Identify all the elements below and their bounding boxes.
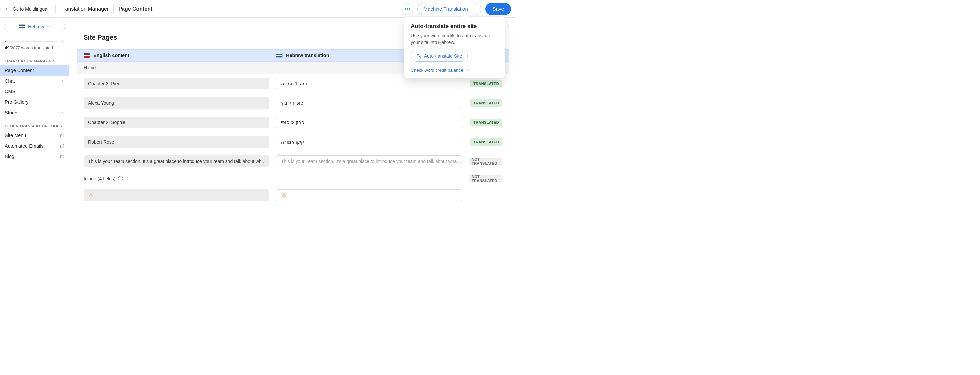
progress-box: 49/2877 words translated [0,36,69,54]
table-row: This is your Team section. It's a great … [77,151,509,171]
source-image [84,189,269,201]
sidebar-item-page-content[interactable]: Page Content [0,65,69,76]
source-text: Robert Rose [84,136,269,148]
back-link[interactable]: Go to Multilingual [3,5,51,13]
divider [113,5,114,13]
status-badge: NOT TRANSLATED [469,175,502,182]
info-icon[interactable]: i [118,176,123,181]
col-source-label: English content [94,53,129,58]
col-source: English content [77,49,269,61]
avatar-icon [281,192,287,199]
sidebar-item-label: Blog [5,154,14,159]
chevron-down-icon [46,25,50,29]
save-button[interactable]: Save [485,3,511,15]
chevron-right-icon [60,39,64,43]
panel-title: Site Pages [84,34,117,41]
arrow-left-icon [5,6,10,11]
chevron-down-icon [471,7,475,11]
popover-title: Auto-translate entire site [411,23,498,30]
sidebar-item-cms[interactable]: CMS [0,86,69,97]
translation-input[interactable]: קיקו אמורה [276,136,462,148]
sidebar-item-label: Page Content [5,68,34,73]
sidebar-item-site-menu[interactable]: Site Menu [0,130,69,141]
source-text: Chapter 2: Sophie [84,116,269,129]
table-row: Chapter 2: Sophie פרק 2: סופי TRANSLATED [77,113,509,132]
check-credit-label: Check word credit balance [411,68,463,73]
sidebar-item-label: Pro Gallery [5,99,29,105]
status-badge: TRANSLATED [470,138,502,146]
us-flag-icon [84,53,90,58]
table-row: Robert Rose קיקו אמורה TRANSLATED [77,132,509,151]
machine-translation-button[interactable]: Machine Translation [417,3,481,15]
sidebar-heading-other-tools: OTHER TRANSLATION TOOLS [0,119,69,130]
image-group-header: Image (4 fields) i NOT TRANSLATED [77,171,509,186]
sidebar-item-label: CMS [5,89,15,94]
check-credit-link[interactable]: Check word credit balance [411,68,498,73]
back-label: Go to Multilingual [13,6,48,11]
chevron-right-icon [60,79,64,83]
sidebar-item-label: Site Menu [5,133,26,138]
svg-point-1 [407,8,408,10]
status-badge: TRANSLATED [470,99,502,106]
image-group-label: Image (4 fields) [84,176,115,181]
sidebar-heading-translation-manager: TRANSLATION MANAGER [0,54,69,65]
translation-input[interactable]: פרק 2: סופי [276,116,462,129]
external-link-icon [60,154,64,159]
language-selector-row: Hebrew [0,18,69,36]
sidebar-item-label: Automated Emails [5,143,44,149]
main: Site Pages All pages English content [69,18,516,215]
breadcrumb: Go to Multilingual Translation Manager P… [3,5,152,13]
layout: Hebrew 49/2877 words translated TRANSLAT… [0,18,516,215]
machine-translation-label: Machine Translation [424,6,468,11]
image-group-label-wrap: Image (4 fields) i [84,176,269,181]
language-selector[interactable]: Hebrew [4,21,65,32]
sidebar-item-automated-emails[interactable]: Automated Emails [0,141,69,151]
source-text: Alexa Young [84,97,269,109]
translation-image[interactable] [276,189,462,201]
crumb-page-content: Page Content [118,6,152,12]
auto-translate-site-button[interactable]: Auto-translate Site [411,51,468,62]
table-row: Alexa Young סופי וולוביץ' TRANSLATED [77,93,509,113]
chevron-right-icon [60,111,64,114]
svg-point-2 [409,8,410,10]
status-badge: TRANSLATED [470,80,502,87]
words-total: /2877 words translated [9,45,53,50]
avatar-icon [88,192,94,199]
translate-icon [416,54,421,59]
israel-flag-icon [19,24,25,29]
save-label: Save [493,6,504,11]
source-text: This is your Team section. It's a great … [84,156,269,167]
top-bar: Go to Multilingual Translation Manager P… [0,0,516,18]
translation-input[interactable]: פרק 1: ערבה [276,78,462,89]
sidebar-item-chat[interactable]: Chat [0,76,69,86]
words-translated: 49/2877 words translated [0,45,69,54]
sidebar-item-label: Stores [5,110,19,115]
status-badge: NOT TRANSLATED [469,158,502,165]
table-row [77,186,509,205]
svg-point-0 [405,8,406,10]
status-badge: TRANSLATED [470,119,502,126]
popover-subtitle: Use your word credits to auto-translate … [411,32,498,46]
auto-translate-cta-label: Auto-translate Site [424,54,462,59]
sidebar-item-blog[interactable]: Blog [0,151,69,162]
progress-bar [5,41,57,42]
auto-translate-popover: Auto-translate entire site Use your word… [404,16,504,78]
sidebar-item-stores[interactable]: Stores [0,107,69,119]
progress-row[interactable] [0,36,69,45]
chevron-down-icon [465,68,469,72]
top-actions: Machine Translation Save [401,3,511,15]
more-button[interactable] [401,3,414,15]
language-label: Hebrew [28,24,44,29]
sidebar: Hebrew 49/2877 words translated TRANSLAT… [0,18,69,215]
col-target-label: Hebrew translation [286,53,329,58]
source-text: Chapter 3: Piér [84,78,269,89]
translation-input[interactable]: This is your Team section. It's a great … [276,156,462,167]
translation-input[interactable]: סופי וולוביץ' [276,97,462,109]
divider [56,5,56,13]
more-icon [405,8,410,10]
sidebar-item-pro-gallery[interactable]: Pro Gallery [0,97,69,107]
external-link-icon [60,144,64,148]
sidebar-item-label: Chat [5,78,15,84]
israel-flag-icon [276,53,283,58]
crumb-translation-manager[interactable]: Translation Manager [60,6,109,12]
